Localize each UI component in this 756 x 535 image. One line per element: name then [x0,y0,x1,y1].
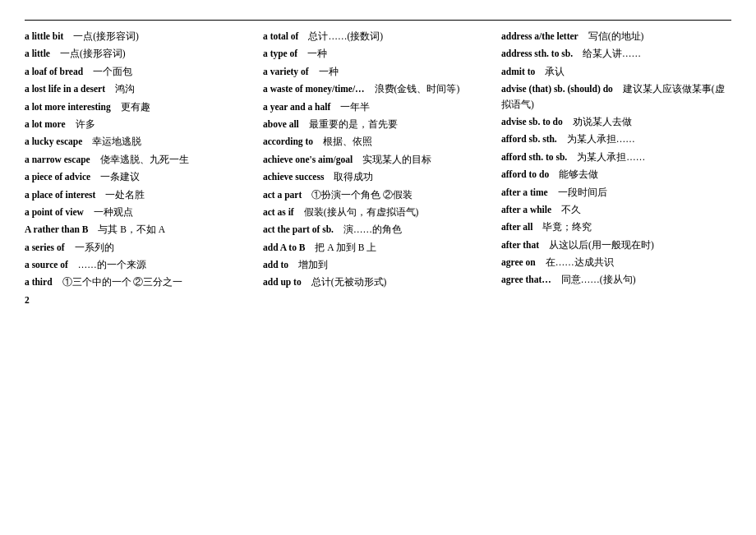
meaning: 一系列的 [65,242,114,252]
meaning: 为某人承担…… [567,152,645,162]
phrase: a lucky escape [25,136,82,146]
list-item: achieve success 取得成功 [263,169,493,184]
meaning: 同意……(接从句) [551,274,636,284]
list-item: a series of 一系列的 [25,240,255,255]
list-item: a variety of 一种 [263,64,493,79]
meaning: 一种观点 [84,207,133,217]
list-item: A rather than B 与其 B，不如 A [25,222,255,237]
list-item: a source of ……的一个来源 [25,257,255,272]
phrase: achieve one's aim/goal [263,155,353,164]
phrase: above all [263,119,299,129]
phrase: afford to do [501,169,549,179]
phrase: act the part of sb. [263,224,334,234]
meaning: 一点(接形容词) [50,48,126,58]
list-item: a lucky escape 幸运地逃脱 [25,134,255,149]
phrase: a point of view [25,207,84,217]
phrase: a waste of money/time/… [263,84,365,94]
phrase: a little [25,48,50,58]
meaning: 最重要的是，首先要 [299,119,398,129]
list-item: a lost life in a desert 鸿沟 [25,81,255,96]
meaning: 一段时间后 [548,187,607,197]
list-item: after a while 不久 [501,202,731,217]
phrase: after a while [501,205,551,214]
meaning: ①扮演一个角色 ②假装 [302,190,413,200]
phrase: a type of [263,48,297,58]
meaning: 侥幸逃脱、九死一生 [90,155,189,164]
phrase: a narrow escape [25,155,90,164]
phrase: a place of interest [25,190,95,200]
phrase: admit to [501,67,535,76]
list-item: act a part ①扮演一个角色 ②假装 [263,187,493,202]
phrase: address sth. to sb. [501,48,573,58]
phrase: after all [501,222,532,232]
page-header [25,16,731,21]
meaning: 假装(接从句，有虚拟语气) [294,207,419,217]
phrase: a total of [263,31,298,41]
list-item: afford to do 能够去做 [501,167,731,182]
phrase: act a part [263,190,302,200]
list-item: agree on 在……达成共识 [501,255,731,270]
list-item: afford sth. to sb. 为某人承担…… [501,150,731,164]
phrase: after a time [501,187,548,197]
phrase: after that [501,240,539,250]
list-item: a piece of advice 一条建议 [25,169,255,184]
list-item: a narrow escape 侥幸逃脱、九死一生 [25,152,255,167]
meaning: 演……的角色 [334,224,402,234]
meaning: 实现某人的目标 [353,155,431,164]
list-item: a lot more 许多 [25,117,255,131]
meaning: 一点(接形容词) [63,31,139,41]
list-item: a loaf of bread 一个面包 [25,64,255,79]
list-item: admit to 承认 [501,64,731,79]
list-item: advise (that) sb. (should) do 建议某人应该做某事(… [501,81,731,112]
phrase: advise sb. to do [501,117,563,127]
meaning: 浪费(金钱、时间等) [365,84,460,94]
list-item: a type of 一种 [263,46,493,61]
phrase: afford sb. sth. [501,134,557,144]
phrase: a little bit [25,31,63,41]
column-2: a total of 总计……(接数词)a type of 一种a variet… [263,29,493,307]
meaning: 写信(的地址) [579,31,644,41]
meaning: 承认 [535,67,565,76]
list-item: a place of interest 一处名胜 [25,187,255,202]
page: a little bit 一点(接形容词)a little 一点(接形容词)a … [0,0,756,324]
phrase: a loaf of bread [25,67,83,76]
meaning: ①三个中的一个 ②三分之一 [53,277,183,287]
list-item: a point of view 一种观点 [25,205,255,219]
meaning: 一个面包 [83,67,132,76]
list-item: a year and a half 一年半 [263,99,493,114]
phrase: a lost life in a desert [25,84,105,94]
phrase: a piece of advice [25,172,90,182]
meaning: 与其 B，不如 A [88,224,165,234]
phrase: a variety of [263,67,309,76]
list-item: after all 毕竟；终究 [501,219,731,234]
meaning: 一种 [297,48,327,58]
column-3: address a/the letter 写信(的地址)address sth.… [501,29,731,307]
meaning: 给某人讲…… [573,48,641,58]
list-item: afford sb. sth. 为某人承担…… [501,131,731,146]
meaning: 毕竟；终究 [532,222,592,232]
list-item: 2 [25,293,255,307]
list-item: act as if 假装(接从句，有虚拟语气) [263,205,493,219]
meaning: 从这以后(用一般现在时) [539,240,654,250]
column-1: a little bit 一点(接形容词)a little 一点(接形容词)a … [25,29,255,307]
meaning: 不久 [551,205,581,214]
phrase: address a/the letter [501,31,579,41]
list-item: advise sb. to do 劝说某人去做 [501,114,731,129]
list-item: add up to 总计(无被动形式) [263,274,493,289]
meaning: ……的一个来源 [68,260,146,270]
list-item: address sth. to sb. 给某人讲…… [501,46,731,61]
meaning: 能够去做 [549,169,598,179]
phrase: a lot more [25,119,66,129]
meaning: 幸运地逃脱 [82,136,141,146]
meaning: 劝说某人去做 [563,117,632,127]
phrase: 2 [25,295,30,305]
list-item: a waste of money/time/… 浪费(金钱、时间等) [263,81,493,96]
meaning: 根据、依照 [313,136,372,146]
meaning: 总计……(接数词) [298,31,383,41]
meaning: 把 A 加到 B 上 [305,242,376,252]
list-item: after a time 一段时间后 [501,185,731,200]
phrase: agree on [501,257,536,267]
phrase: according to [263,136,313,146]
phrase: achieve success [263,172,324,182]
phrase: a source of [25,260,68,270]
